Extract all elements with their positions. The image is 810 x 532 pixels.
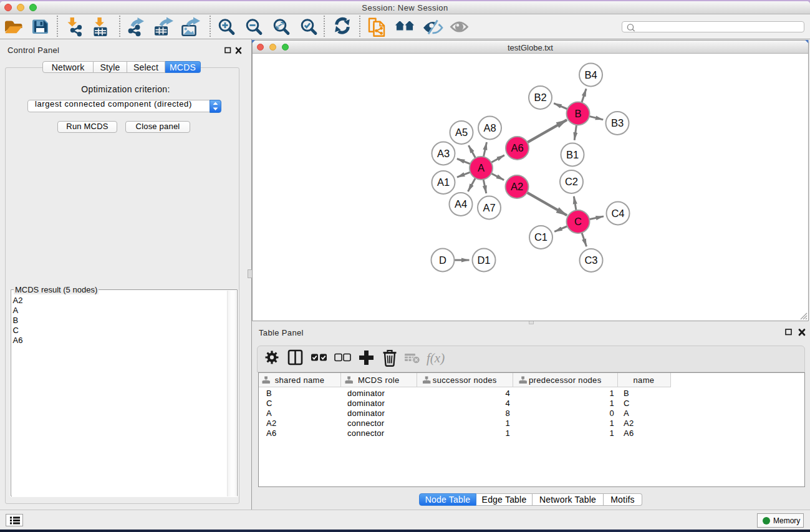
svg-text:A5: A5: [455, 127, 468, 138]
svg-text:B3: B3: [611, 117, 624, 128]
svg-text:C2: C2: [565, 176, 578, 187]
svg-text:C: C: [574, 216, 582, 227]
svg-text:C3: C3: [584, 254, 597, 266]
svg-text:A: A: [478, 162, 485, 173]
svg-text:A7: A7: [483, 202, 495, 213]
svg-text:B2: B2: [534, 92, 546, 103]
svg-text:f(x): f(x): [427, 351, 445, 365]
svg-text:A1: A1: [437, 177, 450, 188]
svg-text:A4: A4: [455, 198, 467, 210]
svg-text:A6: A6: [511, 142, 523, 153]
svg-text:C4: C4: [611, 208, 624, 219]
svg-text:A3: A3: [437, 148, 450, 159]
svg-text:A2: A2: [511, 181, 523, 192]
svg-text:A8: A8: [483, 122, 496, 133]
svg-text:B1: B1: [566, 149, 579, 160]
svg-text:D: D: [439, 254, 446, 266]
svg-text:C1: C1: [534, 231, 547, 243]
svg-text:D1: D1: [477, 254, 490, 266]
svg-text:B: B: [574, 108, 581, 119]
svg-text:B4: B4: [584, 69, 597, 80]
